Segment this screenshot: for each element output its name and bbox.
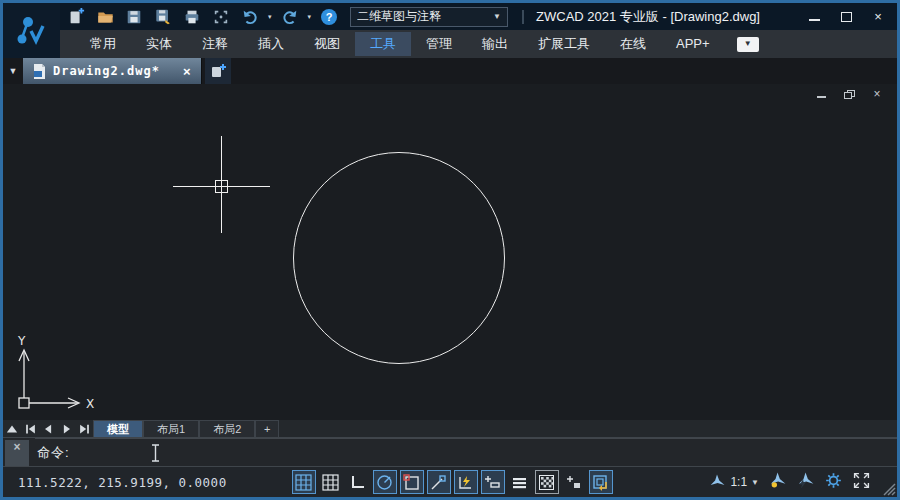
ribbon-tab-view[interactable]: 视图 [299, 32, 355, 56]
new-file-icon [67, 8, 85, 26]
ribbon-tab-home[interactable]: 常用 [75, 32, 131, 56]
coordinates-readout: 111.5222, 215.9199, 0.0000 [18, 475, 227, 490]
ribbon-tab-solid[interactable]: 实体 [131, 32, 187, 56]
new-file-button[interactable] [65, 7, 87, 27]
maximize-button[interactable] [833, 8, 859, 26]
circle-entity[interactable] [293, 152, 505, 364]
last-layout-button[interactable] [75, 420, 93, 437]
polar-tracking-toggle[interactable] [373, 470, 397, 494]
workspace-selector[interactable]: 二维草图与注释 ▼ [350, 7, 508, 27]
layout-tab-model[interactable]: 模型 [93, 420, 143, 437]
status-right-cluster: 1:1 ▼ [708, 471, 871, 494]
redo-button[interactable] [279, 7, 301, 27]
drawing-canvas[interactable]: × Y X [3, 84, 897, 420]
annotation-scale-icon [708, 473, 726, 491]
object-snap-tracking-toggle[interactable] [427, 470, 451, 494]
annotation-scale-selector[interactable]: 1:1 ▼ [708, 473, 759, 491]
lineweight-display-toggle[interactable] [508, 470, 532, 494]
triangle-up-icon [5, 423, 19, 435]
ribbon-tab-app-plus[interactable]: APP+ [661, 32, 725, 56]
annotation-sync-toggle[interactable] [589, 470, 613, 494]
status-toggles [292, 470, 613, 494]
auto-annotation-scale-button[interactable] [796, 471, 815, 494]
chevron-down-icon: ▼ [751, 478, 759, 487]
layout-tab-layout1[interactable]: 布局1 [143, 420, 199, 437]
new-document-tab-button[interactable] [205, 58, 231, 84]
command-close-button[interactable]: × [5, 440, 29, 466]
snap-toggle[interactable] [319, 470, 343, 494]
resize-grip[interactable] [880, 480, 896, 496]
help-icon: ? [321, 9, 337, 25]
undo-dropdown[interactable]: ▾ [268, 7, 272, 27]
annotation-scale-value: 1:1 [730, 475, 747, 489]
ribbon-tab-insert[interactable]: 插入 [243, 32, 299, 56]
ribbon-tab-manage[interactable]: 管理 [411, 32, 467, 56]
mdi-close-button[interactable]: × [869, 87, 885, 101]
object-snap-tracking-icon [430, 474, 447, 491]
gear-icon [824, 471, 843, 490]
previous-layout-button[interactable] [39, 420, 57, 437]
undo-button[interactable] [239, 7, 261, 27]
settings-button[interactable] [824, 471, 843, 494]
save-as-button[interactable] [152, 7, 174, 27]
grid-icon [295, 474, 312, 491]
close-button[interactable]: × [865, 8, 891, 26]
redo-dropdown[interactable]: ▾ [308, 7, 312, 27]
mdi-restore-button[interactable] [841, 87, 857, 101]
document-tab-bar: ▼ Drawing2.dwg* × [3, 58, 897, 84]
plot-preview-button[interactable] [210, 7, 232, 27]
help-button[interactable]: ? [318, 7, 340, 27]
command-panel: × 命令: [3, 437, 897, 467]
previous-icon [41, 422, 56, 436]
lineweight-toggle[interactable] [481, 470, 505, 494]
document-tab-drawing2[interactable]: Drawing2.dwg* × [23, 58, 202, 84]
lineweight-icon [484, 474, 501, 491]
document-tab-close-icon[interactable]: × [183, 64, 191, 79]
ribbon-tab-express[interactable]: 扩展工具 [523, 32, 605, 56]
ribbon-collapse-button[interactable]: ▼ [737, 37, 759, 52]
annotation-sync-icon [592, 474, 609, 491]
ucs-x-label: X [86, 397, 94, 411]
mdi-minimize-icon [817, 96, 826, 98]
print-button[interactable] [181, 7, 203, 27]
auto-annotation-scale-icon [796, 471, 815, 490]
transparency-toggle[interactable] [535, 470, 559, 494]
open-file-button[interactable] [94, 7, 116, 27]
command-input[interactable]: 命令: [35, 438, 897, 466]
ribbon-tab-annotate[interactable]: 注释 [187, 32, 243, 56]
open-folder-icon [96, 8, 115, 26]
document-list-button[interactable]: ▼ [3, 58, 23, 84]
text-cursor-icon [150, 443, 161, 463]
fullscreen-icon [852, 471, 871, 490]
layout-tab-layout2[interactable]: 布局2 [199, 420, 255, 437]
fullscreen-button[interactable] [852, 471, 871, 494]
annotation-objects-toggle[interactable] [562, 470, 586, 494]
lines-icon [511, 474, 528, 491]
ribbon-tab-output[interactable]: 输出 [467, 32, 523, 56]
first-layout-button[interactable] [21, 420, 39, 437]
save-as-icon [154, 8, 173, 26]
ribbon-tab-online[interactable]: 在线 [605, 32, 661, 56]
ribbon-tab-tools[interactable]: 工具 [355, 32, 411, 56]
quick-access-toolbar: ▾ ▾ ? [65, 7, 340, 27]
grid-toggle[interactable] [292, 470, 316, 494]
next-layout-button[interactable] [57, 420, 75, 437]
transparency-icon [538, 474, 555, 491]
layout-menu-button[interactable] [3, 420, 21, 437]
plot-preview-icon [212, 8, 230, 26]
ribbon-tab-bar: 常用 实体 注释 插入 视图 工具 管理 输出 扩展工具 在线 APP+ ▼ [3, 30, 897, 58]
mdi-minimize-button[interactable] [813, 87, 829, 101]
annotation-visibility-button[interactable] [768, 471, 787, 494]
ortho-toggle[interactable] [346, 470, 370, 494]
snap-grid-icon [322, 474, 339, 491]
minimize-button[interactable] [801, 8, 827, 26]
status-bar: 111.5222, 215.9199, 0.0000 [3, 467, 897, 497]
document-tab-label: Drawing2.dwg* [53, 64, 160, 78]
zwcad-logo[interactable] [3, 3, 60, 58]
save-button[interactable] [123, 7, 145, 27]
dynamic-input-toggle[interactable] [454, 470, 478, 494]
add-layout-button[interactable]: + [255, 420, 279, 437]
object-snap-toggle[interactable] [400, 470, 424, 494]
minimize-icon [809, 19, 820, 21]
object-snap-icon [403, 474, 420, 491]
